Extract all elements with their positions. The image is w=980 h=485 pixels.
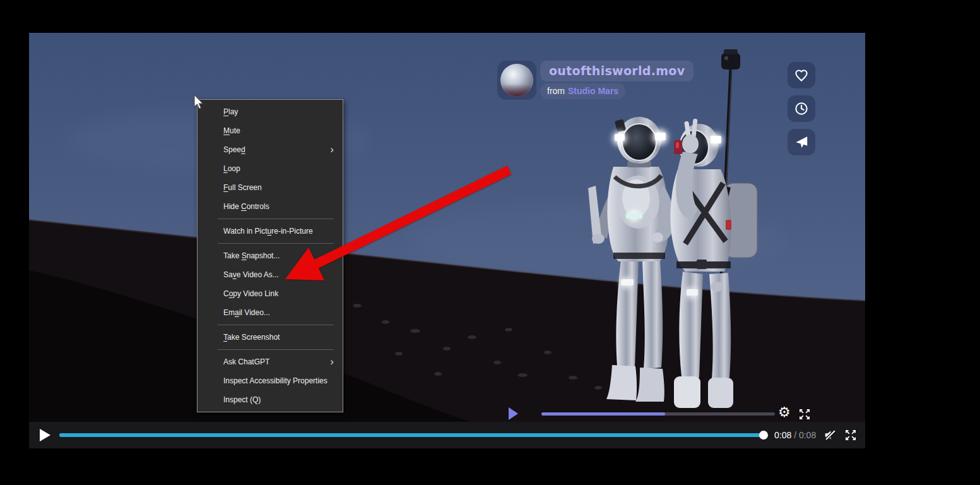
menu-item-label: Speed [223,145,245,154]
menu-divider [218,349,334,350]
from-label: from [547,86,565,96]
time-separator: / [791,430,799,440]
menu-item-save-video-as[interactable]: Save Video As... [198,265,343,284]
progress-fill [59,433,766,437]
menu-item-label: Copy Video Link [223,289,278,298]
avatar[interactable] [497,61,536,100]
submenu-chevron-icon: › [330,144,334,155]
menu-divider [218,325,334,325]
studio-link[interactable]: Studio Mars [568,86,618,96]
inner-progress-fill [541,412,665,416]
avatar-image [500,64,533,97]
video-filename: outofthisworld.mov [549,64,685,78]
inner-fullscreen-button[interactable] [798,408,811,422]
current-time: 0:08 [774,430,791,440]
menu-item-label: Hide Controls [223,202,269,211]
menu-divider [218,219,334,219]
browser-video-controls: 0:08 / 0:08 [29,422,865,448]
clock-icon [793,100,810,117]
watch-later-button[interactable] [788,95,815,122]
menu-item-label: Save Video As... [223,270,279,279]
menu-item-hide-controls[interactable]: Hide Controls [198,197,343,216]
menu-item-label: Mute [223,126,240,135]
video-frame[interactable]: outofthisworld.mov fromStudio Mars [29,33,865,422]
menu-item-watch-in-picture-in-picture[interactable]: Watch in Picture-in-Picture [198,222,343,241]
menu-item-inspect-accessibility-properties[interactable]: Inspect Accessibility Properties [198,371,343,390]
menu-item-take-snapshot[interactable]: Take Snapshot... [198,246,343,265]
video-scene-graphic [29,33,865,422]
menu-item-label: Play [223,107,238,116]
fullscreen-button[interactable] [841,422,861,448]
favorite-button[interactable] [788,62,815,88]
share-button[interactable] [788,129,815,155]
video-player: outofthisworld.mov fromStudio Mars [29,33,865,448]
heart-icon [793,67,810,83]
video-header: outofthisworld.mov fromStudio Mars [497,61,694,100]
menu-item-full-screen[interactable]: Full Screen [198,178,343,197]
menu-item-copy-video-link[interactable]: Copy Video Link [198,284,343,303]
menu-item-speed[interactable]: Speed› [198,140,343,159]
fullscreen-expand-icon [844,429,857,441]
screen: outofthisworld.mov fromStudio Mars [0,0,980,485]
submenu-chevron-icon: › [330,356,334,367]
menu-item-label: Watch in Picture-in-Picture [223,227,313,236]
menu-item-email-video[interactable]: Email Video... [198,303,343,322]
context-menu: PlayMuteSpeed›LoopFull ScreenHide Contro… [197,99,343,412]
video-title: outofthisworld.mov [540,61,694,81]
time-display: 0:08 / 0:08 [774,422,816,448]
menu-item-label: Inspect Accessibility Properties [223,376,328,385]
inner-video-controls: ⚙ [499,405,856,422]
video-byline: fromStudio Mars [540,83,625,99]
menu-item-loop[interactable]: Loop [198,159,343,178]
progress-knob[interactable] [759,431,768,440]
menu-item-ask-chatgpt[interactable]: Ask ChatGPT› [198,352,343,371]
menu-divider [218,243,334,244]
menu-item-label: Full Screen [223,183,262,192]
menu-item-inspect-q[interactable]: Inspect (Q) [198,390,343,409]
menu-item-label: Take Screenshot [223,333,280,342]
play-button[interactable] [40,429,50,441]
side-actions [788,62,815,155]
settings-gear-icon[interactable]: ⚙ [778,403,791,422]
menu-item-label: Loop [223,164,240,173]
inner-play-button[interactable] [509,407,518,420]
menu-item-label: Inspect (Q) [223,395,261,404]
duration: 0:08 [799,430,816,440]
muted-speaker-icon [824,428,837,442]
menu-item-label: Ask ChatGPT [223,357,269,366]
inner-progress-bar[interactable] [541,412,775,416]
menu-item-mute[interactable]: Mute [198,121,343,140]
menu-item-label: Email Video... [223,308,270,317]
mute-button[interactable] [819,422,842,448]
menu-item-label: Take Snapshot... [223,251,280,260]
send-icon [793,134,810,150]
menu-item-take-screenshot[interactable]: Take Screenshot [198,328,343,347]
fullscreen-expand-icon [798,408,811,421]
menu-item-play[interactable]: Play [198,102,343,121]
progress-bar[interactable] [59,433,766,437]
